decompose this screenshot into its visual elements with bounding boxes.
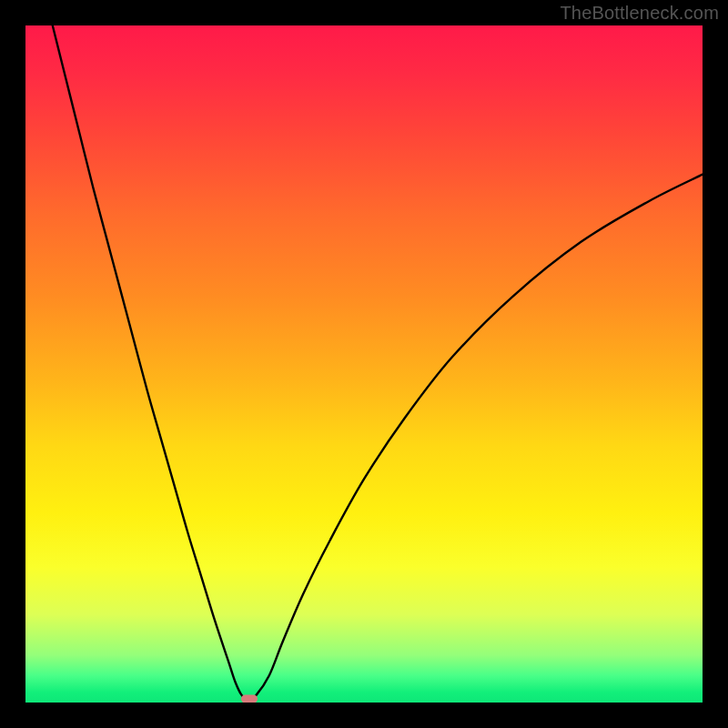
plot-area: [25, 25, 703, 703]
chart-frame: TheBottleneck.com: [0, 0, 728, 728]
min-marker: [241, 695, 258, 703]
curve-svg: [25, 25, 703, 703]
bottleneck-curve: [53, 25, 703, 699]
watermark-text: TheBottleneck.com: [560, 3, 719, 24]
